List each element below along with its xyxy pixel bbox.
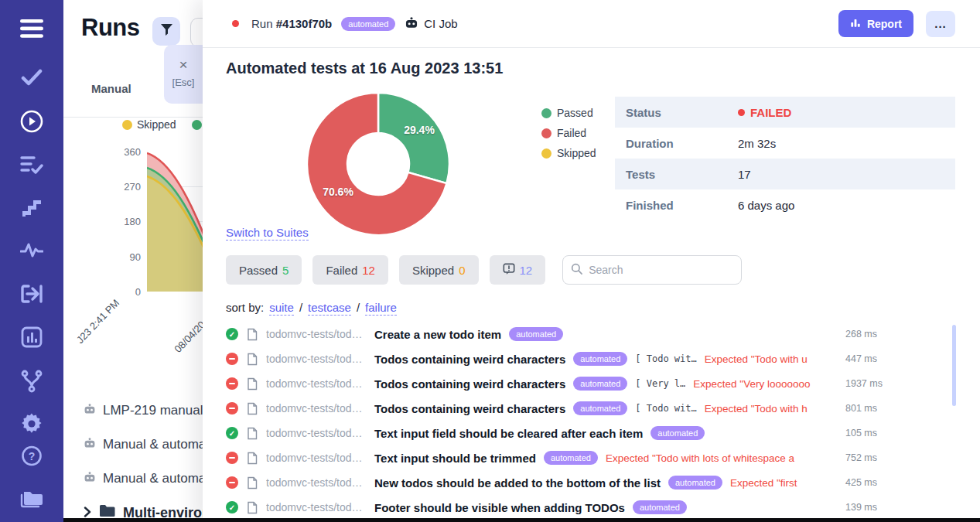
check-icon[interactable] — [21, 68, 43, 87]
legend-label: Skipped — [557, 147, 596, 159]
filter-button[interactable] — [152, 17, 180, 46]
test-snippet: [ Todo wit… — [635, 353, 696, 364]
scrollbar-thumb[interactable] — [952, 325, 956, 406]
test-row[interactable]: todomvc-tests/tod… Todos containing weir… — [203, 396, 980, 421]
test-row[interactable]: todomvc-tests/tod… New todos should be a… — [203, 470, 980, 495]
y-tick: 90 — [108, 251, 141, 263]
run-list-item[interactable]: LMP-219 manual te — [84, 403, 217, 418]
help-circle-icon[interactable]: ? — [22, 445, 43, 466]
test-title[interactable]: Text input field should be cleared after… — [374, 427, 643, 440]
search-field[interactable] — [562, 255, 742, 285]
run-item-label: LMP-219 manual te — [103, 403, 217, 418]
sort-by-testcase[interactable]: testcase — [308, 301, 351, 316]
tab-skipped[interactable]: Skipped0 — [399, 255, 479, 285]
git-branch-icon[interactable] — [21, 370, 43, 393]
file-icon — [246, 427, 258, 440]
test-duration: 105 ms — [845, 428, 906, 438]
test-title[interactable]: Todos containing weird characters — [374, 377, 565, 391]
test-row[interactable]: todomvc-tests/tod… Todos containing weir… — [203, 371, 980, 396]
search-input[interactable] — [589, 264, 733, 276]
legend-label: Failed — [557, 127, 586, 139]
status-passed-icon — [226, 427, 238, 439]
test-row[interactable]: todomvc-tests/tod… Create a new todo ite… — [203, 322, 980, 346]
test-suite: todomvc-tests/tod… — [266, 328, 367, 340]
test-duration: 425 ms — [845, 477, 906, 488]
more-actions-button[interactable]: ... — [926, 11, 955, 37]
test-title[interactable]: Footer should be visible when adding TOD… — [374, 501, 625, 514]
failed-dot-icon — [738, 109, 745, 116]
gear-icon[interactable] — [21, 413, 43, 435]
tab-manual[interactable]: Manual — [91, 82, 131, 95]
robot-icon — [84, 437, 96, 452]
donut-label-passed: 29.4% — [404, 124, 435, 136]
run-stats-table: Status FAILED Duration 2m 32s Tests 17 F… — [615, 97, 955, 220]
stat-row-finished: Finished 6 days ago — [615, 189, 955, 220]
sort-by-failure[interactable]: failure — [365, 301, 397, 316]
list-check-icon[interactable] — [20, 155, 43, 175]
svg-text:?: ? — [29, 450, 36, 462]
automated-badge: automated — [668, 476, 722, 490]
test-snippet: [ Todo wit… — [635, 403, 696, 414]
x-tick: J23 2:41 PM — [74, 297, 122, 346]
test-title[interactable]: New todos should be added to the bottom … — [374, 476, 661, 490]
test-suite: todomvc-tests/tod… — [266, 501, 367, 513]
stairs-icon[interactable] — [21, 198, 43, 218]
donut-label-failed: 70.6% — [323, 186, 353, 198]
test-error: Expected "Very looooooo — [693, 378, 838, 390]
y-tick: 270 — [108, 181, 141, 193]
robot-icon — [405, 17, 418, 31]
run-list-item[interactable]: Manual & automa — [84, 471, 206, 486]
automated-badge: automated — [650, 426, 705, 440]
file-icon — [246, 452, 258, 465]
report-button[interactable]: Report — [838, 10, 913, 37]
stat-row-tests: Tests 17 — [615, 159, 955, 189]
run-list-item[interactable]: Manual & automa — [84, 437, 206, 452]
pulse-icon[interactable] — [20, 241, 43, 258]
drawer-close-button[interactable]: × [Esc] — [164, 45, 203, 104]
test-row[interactable]: todomvc-tests/tod… Text input should be … — [203, 445, 980, 470]
bar-chart-icon[interactable] — [21, 326, 43, 348]
test-duration: 801 ms — [845, 403, 906, 414]
tab-passed[interactable]: Passed5 — [226, 255, 302, 285]
y-tick: 0 — [108, 286, 141, 298]
esc-hint: [Esc] — [172, 77, 195, 88]
tab-comments[interactable]: 12 — [490, 255, 546, 285]
play-circle-icon[interactable] — [20, 110, 43, 133]
folder-icon[interactable] — [19, 487, 44, 509]
test-list: todomvc-tests/tod… Create a new todo ite… — [203, 322, 980, 520]
test-title[interactable]: Create a new todo item — [374, 328, 501, 341]
skipped-legend-dot — [541, 148, 551, 159]
test-title[interactable]: Todos containing weird characters — [374, 353, 565, 366]
tab-failed[interactable]: Failed12 — [312, 255, 388, 285]
test-row[interactable]: todomvc-tests/tod… Footer should be visi… — [203, 495, 980, 520]
test-suite: todomvc-tests/tod… — [266, 353, 367, 365]
sort-by-suite[interactable]: suite — [269, 301, 294, 316]
test-suite: todomvc-tests/tod… — [266, 427, 367, 439]
status-passed-icon — [226, 328, 238, 340]
file-icon — [246, 402, 258, 415]
test-duration: 752 ms — [845, 452, 906, 463]
run-id: #4130f70b — [276, 17, 333, 30]
sort-label: sort by: — [226, 301, 264, 314]
import-icon[interactable] — [20, 283, 43, 305]
menu-icon[interactable] — [20, 19, 43, 39]
test-suite: todomvc-tests/tod… — [266, 476, 367, 489]
close-icon[interactable]: × — [179, 57, 187, 72]
file-icon — [246, 476, 258, 490]
test-row[interactable]: todomvc-tests/tod… Text input field shou… — [203, 421, 980, 445]
ci-job: CI Job — [405, 17, 457, 31]
ci-job-label: CI Job — [424, 17, 457, 30]
run-status-dot — [232, 20, 239, 27]
donut-legend: Passed Failed Skipped — [541, 107, 596, 159]
skipped-legend-dot — [122, 120, 132, 130]
test-title[interactable]: Text input should be trimmed — [374, 452, 536, 465]
test-title[interactable]: Todos containing weird characters — [374, 402, 565, 415]
search-icon — [571, 263, 582, 278]
status-failed-icon — [226, 452, 238, 464]
switch-to-suites-link[interactable]: Switch to Suites — [226, 226, 309, 241]
test-duration: 139 ms — [845, 502, 906, 513]
test-row[interactable]: todomvc-tests/tod… Todos containing weir… — [203, 346, 980, 371]
test-error: Expected "first — [730, 477, 838, 489]
test-duration: 1937 ms — [845, 378, 906, 389]
run-name: Run #4130f70b — [251, 17, 332, 30]
